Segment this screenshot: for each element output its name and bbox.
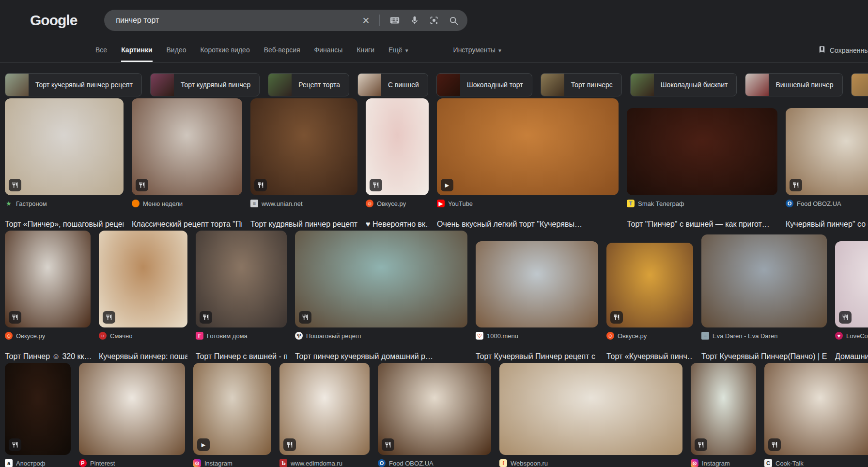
result-thumbnail[interactable]: ▶	[193, 363, 271, 455]
result-card[interactable]: ⊙InstagramТорт "Пинчер Кучер…	[691, 363, 756, 467]
related-chip[interactable]: Крем	[851, 73, 868, 96]
result-card[interactable]: ★ГастрономТорт «Пинчер», пошаговый рецеп…	[5, 98, 124, 229]
source-name[interactable]: Smak Телеграф	[638, 200, 684, 207]
result-card[interactable]: ſWebspoon.ruТорт «Кучерявый пинчер» с ан…	[499, 363, 682, 467]
source-name[interactable]: Cook-Talk	[775, 460, 804, 467]
keyboard-icon[interactable]	[389, 15, 400, 26]
source-name[interactable]: Pinterest	[90, 460, 115, 467]
result-title[interactable]: Очень вкусный легкий торт "Кучерявы…	[437, 220, 619, 229]
result-thumbnail[interactable]	[295, 231, 467, 327]
result-title[interactable]: Торт Кучерявый Пинчер рецепт с …	[476, 352, 598, 361]
source-name[interactable]: Готовим дома	[207, 332, 248, 340]
result-thumbnail[interactable]	[5, 98, 124, 195]
clear-search-icon[interactable]: ✕	[362, 16, 370, 25]
voice-search-icon[interactable]	[410, 16, 419, 25]
tab-6[interactable]: Финансы	[314, 46, 343, 62]
source-name[interactable]: Food OBOZ.UA	[389, 460, 434, 467]
source-name[interactable]: 1000.menu	[487, 332, 518, 340]
source-name[interactable]: Instagram	[702, 460, 730, 467]
source-name[interactable]: Апостроф	[16, 460, 46, 467]
source-name[interactable]: Instagram	[204, 460, 232, 467]
related-chip[interactable]: Торт кудрявый пинчер	[150, 73, 260, 96]
source-name[interactable]: YouTube	[448, 200, 473, 207]
result-card[interactable]: OFood OBOZ.UAКучерявый пинчер" со см…	[786, 108, 868, 229]
result-card[interactable]: PPinterestТорт Кучерявый Пинчер рецепт с…	[79, 363, 185, 467]
result-title[interactable]: Классический рецепт торта "Пинче…	[132, 220, 242, 229]
result-thumbnail[interactable]	[132, 98, 242, 195]
lens-search-icon[interactable]	[429, 16, 439, 25]
tab-4[interactable]: Короткие видео	[200, 46, 249, 62]
result-card[interactable]: ☺Овкусе.руТорт Пинчер ☺ 320 кк…	[5, 231, 91, 361]
result-title[interactable]: Домашни	[835, 352, 868, 361]
result-title[interactable]: Торт Пинчер ☺ 320 кк…	[5, 352, 91, 361]
source-name[interactable]: Овкусе.ру	[618, 332, 647, 340]
result-thumbnail[interactable]	[196, 231, 287, 327]
result-card[interactable]: ▶▶YouTubeОчень вкусный легкий торт "Куче…	[437, 98, 619, 229]
result-title[interactable]: Торт "Пинчер" с вишней — как пригот…	[627, 220, 777, 229]
tab-7[interactable]: Книги	[356, 46, 374, 62]
result-thumbnail[interactable]	[499, 363, 682, 455]
source-name[interactable]: Меню недели	[143, 200, 183, 207]
source-name[interactable]: www.edimdoma.ru	[291, 460, 342, 467]
result-card[interactable]: ΨПошаговый рецептТорт пинчер кучерявый д…	[295, 231, 467, 361]
result-title[interactable]: Торт «Кучерявый пинч…	[606, 352, 693, 361]
result-title[interactable]: Торт «Пинчер», пошаговый рецепт с …	[5, 220, 124, 229]
result-thumbnail[interactable]	[701, 234, 827, 327]
tab-5[interactable]: Веб-версия	[264, 46, 300, 62]
result-thumbnail[interactable]	[606, 243, 693, 327]
result-card[interactable]: TSmak ТелеграфТорт "Пинчер" с вишней — к…	[627, 108, 777, 229]
saved-button[interactable]: Сохраненные	[818, 45, 868, 55]
source-name[interactable]: Овкусе.ру	[16, 332, 45, 340]
source-name[interactable]: Овкусе.ру	[377, 200, 406, 207]
result-card[interactable]: ≡Eva Daren - Eva DarenТорт Кучерявый Пин…	[701, 234, 827, 361]
related-chip[interactable]: Рецепт торта	[268, 73, 349, 96]
result-title[interactable]: ♥ Невероятно вк…	[366, 220, 429, 229]
related-chip[interactable]: Шоколадный бисквит	[630, 73, 737, 96]
result-thumbnail[interactable]	[627, 108, 777, 195]
result-thumbnail[interactable]	[279, 363, 370, 455]
result-thumbnail[interactable]	[476, 241, 598, 327]
source-name[interactable]: Смачно	[110, 332, 132, 340]
result-thumbnail[interactable]	[250, 98, 357, 195]
source-name[interactable]: LoveCo	[846, 332, 868, 340]
related-chip[interactable]: Торт кучерявый пинчер рецепт	[5, 73, 142, 96]
related-chip[interactable]: С вишней	[357, 73, 428, 96]
related-chip[interactable]: Торт пинчерс	[541, 73, 622, 96]
result-thumbnail[interactable]	[366, 98, 429, 195]
result-card[interactable]: ГГотовим домаТорт Пинчер с вишней - по…	[196, 231, 287, 361]
result-card[interactable]: ○СмачноКучерявый пинчер: пошаговый р…	[99, 231, 187, 361]
result-card[interactable]: CCook-TalkТорт «Пинчер» — Cook	[764, 363, 868, 467]
source-name[interactable]: Webspoon.ru	[511, 460, 548, 467]
result-thumbnail[interactable]	[764, 363, 868, 455]
result-card[interactable]: ☺Овкусе.руТорт «Кучерявый пинч…	[606, 243, 693, 361]
result-thumbnail[interactable]: ▶	[437, 98, 619, 195]
result-card[interactable]: Меню неделиКлассический рецепт торта "Пи…	[132, 98, 242, 229]
result-title[interactable]: Кучерявый пинчер" со см…	[786, 220, 868, 229]
result-thumbnail[interactable]	[5, 231, 91, 327]
source-name[interactable]: Food OBOZ.UA	[797, 200, 841, 207]
result-title[interactable]: Торт Пинчер с вишней - по…	[196, 352, 287, 361]
result-card[interactable]: ☺Овкусе.ру♥ Невероятно вк…	[366, 98, 429, 229]
result-card[interactable]: Ѣwww.edimdoma.ruТорт «Кучерявый пинчер» …	[279, 363, 370, 467]
result-thumbnail[interactable]	[99, 231, 187, 327]
search-submit-icon[interactable]	[449, 16, 459, 26]
source-name[interactable]: www.unian.net	[262, 200, 303, 207]
related-chip[interactable]: Вишневый пинчер	[745, 73, 842, 96]
result-card[interactable]: ♥LoveCoДомашни	[835, 241, 868, 361]
search-input[interactable]	[116, 16, 362, 25]
tab-1[interactable]: Все	[95, 46, 107, 62]
tools-button[interactable]: Инструменты▼	[453, 46, 502, 62]
result-card[interactable]: OFood OBOZ.UAТорт "Пинчер" с вишней - ре…	[378, 363, 491, 467]
tab-8[interactable]: Ещё▼	[388, 46, 409, 62]
tab-3[interactable]: Видео	[167, 46, 186, 62]
google-logo[interactable]: Google	[30, 12, 77, 29]
result-card[interactable]: ▶⊙InstagramТОРТ ПИНЧЕР С …	[193, 363, 271, 467]
source-name[interactable]: Eva Daren - Eva Daren	[713, 332, 777, 340]
result-title[interactable]: Кучерявый пинчер: пошаговый р…	[99, 352, 187, 361]
result-card[interactable]: ♡1000.menuТорт Кучерявый Пинчер рецепт с…	[476, 241, 598, 361]
source-name[interactable]: Гастроном	[16, 200, 47, 207]
result-title[interactable]: Торт кудрявый пинчер рецепт - ка…	[250, 220, 357, 229]
result-title[interactable]: Торт пинчер кучерявый домашний р…	[295, 352, 467, 361]
search-bar[interactable]: ✕	[104, 10, 467, 31]
result-thumbnail[interactable]	[786, 108, 868, 195]
